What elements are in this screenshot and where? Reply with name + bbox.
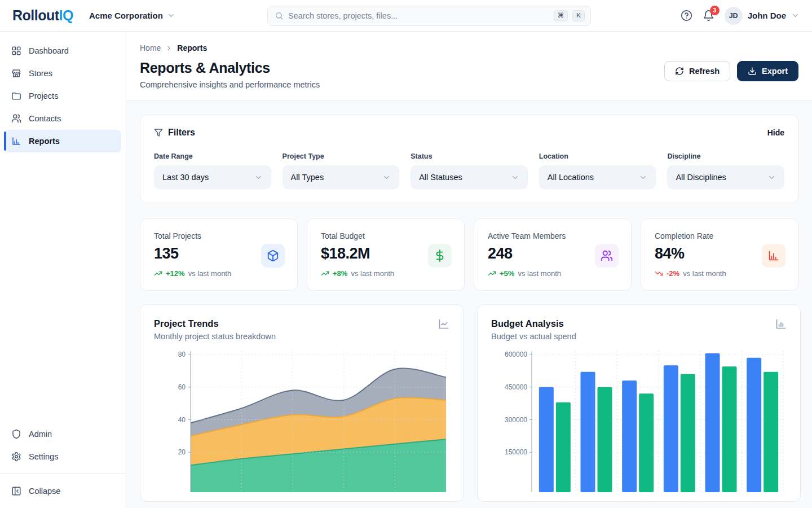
sidebar-item-contacts[interactable]: Contacts	[5, 107, 121, 130]
sidebar-item-reports[interactable]: Reports	[5, 130, 121, 152]
sidebar-spacer	[0, 152, 126, 423]
chevron-down-icon	[791, 11, 800, 20]
delta-note: vs last month	[683, 269, 726, 278]
delta-note: vs last month	[351, 269, 394, 278]
help-icon[interactable]	[681, 10, 692, 21]
delta-value: +5%	[500, 269, 514, 278]
user-menu[interactable]: JD John Doe	[725, 7, 800, 25]
filters-panel: Filters Hide Date Range Last 30 days Pro…	[140, 115, 798, 203]
trending-up-icon	[321, 269, 329, 278]
discipline-select[interactable]: All Disciplines	[667, 165, 784, 189]
sidebar-item-settings[interactable]: Settings	[5, 445, 121, 468]
svg-text:20: 20	[178, 448, 186, 456]
page-content: Filters Hide Date Range Last 30 days Pro…	[126, 101, 812, 508]
top-bar: RolloutIQ Acme Corporation ⌘ K 3 JD John…	[0, 0, 812, 32]
sidebar-item-admin[interactable]: Admin	[5, 423, 121, 445]
dollar-icon	[428, 244, 452, 268]
stat-card-active-team-members: Active Team Members 248 +5% vs last mont…	[474, 218, 632, 291]
logo-text-primary: Rollout	[12, 7, 59, 23]
filters-title: Filters	[168, 128, 195, 138]
svg-text:600000: 600000	[505, 351, 527, 358]
export-button[interactable]: Export	[737, 61, 798, 81]
filter-label: Location	[539, 152, 656, 160]
sidebar-item-label: Settings	[29, 452, 58, 461]
download-icon	[748, 67, 757, 76]
stat-card-total-projects: Total Projects 135 +12% vs last month	[140, 218, 298, 291]
chart-subtitle: Monthly project status breakdown	[154, 332, 276, 341]
chart-title: Project Trends	[154, 318, 276, 329]
stat-delta: +5% vs last month	[488, 269, 617, 278]
stat-label: Total Budget	[321, 231, 451, 240]
stats-row: Total Projects 135 +12% vs last month To…	[140, 218, 798, 291]
sidebar-item-projects[interactable]: Projects	[5, 85, 121, 107]
stat-card-completion-rate: Completion Rate 84% -2% vs last month	[641, 218, 798, 291]
sidebar-collapse-button[interactable]: Collapse	[5, 480, 121, 502]
line-chart-icon	[438, 318, 449, 332]
sidebar-item-label: Stores	[29, 69, 52, 78]
top-right-cluster: 3 JD John Doe	[681, 7, 800, 25]
search-icon	[275, 11, 284, 20]
sidebar-item-stores[interactable]: Stores	[5, 62, 121, 85]
refresh-button[interactable]: Refresh	[664, 61, 730, 81]
sidebar-item-label: Projects	[29, 91, 58, 100]
avatar: JD	[725, 7, 743, 25]
breadcrumb-home-link[interactable]: Home	[140, 43, 161, 52]
location-select[interactable]: All Locations	[539, 165, 656, 189]
delta-note: vs last month	[188, 269, 232, 278]
app-root: RolloutIQ Acme Corporation ⌘ K 3 JD John…	[0, 0, 812, 508]
page-header: Home Reports Reports & Analytics Compreh…	[126, 32, 812, 101]
dashboard-grid-icon	[11, 46, 21, 56]
budget-analysis-chart: 150000300000450000600000	[491, 347, 787, 493]
project-type-select[interactable]: All Types	[283, 165, 400, 189]
filter-label: Project Type	[283, 152, 400, 160]
kbd-k: K	[572, 10, 585, 21]
svg-text:450000: 450000	[505, 383, 527, 391]
bar-chart-icon	[762, 244, 785, 268]
refresh-label: Refresh	[689, 67, 720, 76]
sidebar-item-label: Reports	[29, 137, 60, 146]
svg-text:40: 40	[178, 416, 186, 424]
filter-discipline: Discipline All Disciplines	[667, 152, 784, 189]
sidebar-footer-nav: Admin Settings Collapse	[0, 423, 126, 502]
chevron-down-icon	[254, 173, 263, 182]
notifications-bell-icon[interactable]: 3	[703, 10, 714, 21]
search-input[interactable]	[288, 11, 549, 20]
select-value: All Locations	[548, 173, 594, 182]
kbd-cmd: ⌘	[554, 10, 568, 21]
budget-analysis-card: Budget Analysis Budget vs actual spend 1…	[477, 304, 801, 502]
date-range-select[interactable]: Last 30 days	[154, 165, 271, 189]
delta-note: vs last month	[518, 269, 561, 278]
select-value: All Disciplines	[676, 173, 726, 182]
org-switcher[interactable]: Acme Corporation	[89, 11, 175, 20]
breadcrumb-current: Reports	[177, 43, 207, 52]
bar-chart-icon	[775, 318, 787, 332]
chart-title: Budget Analysis	[491, 318, 576, 329]
filters-hide-link[interactable]: Hide	[767, 128, 784, 137]
users-icon	[595, 244, 619, 268]
shield-icon	[11, 429, 21, 439]
filter-label: Date Range	[154, 152, 271, 160]
store-icon	[11, 68, 21, 78]
trending-up-icon	[488, 269, 496, 278]
select-value: All Types	[291, 173, 324, 182]
select-value: Last 30 days	[162, 173, 209, 182]
stat-label: Completion Rate	[655, 231, 784, 240]
page-subtitle: Comprehensive insights and performance m…	[140, 80, 320, 89]
app-logo[interactable]: RolloutIQ	[12, 7, 73, 24]
filter-date-range: Date Range Last 30 days	[154, 152, 271, 189]
global-search: ⌘ K	[267, 6, 591, 26]
funnel-icon	[154, 128, 163, 137]
sidebar: Dashboard Stores Projects Contacts Repor…	[0, 32, 126, 508]
notification-count-badge: 3	[710, 6, 720, 15]
chevron-down-icon	[382, 173, 391, 182]
sidebar-item-dashboard[interactable]: Dashboard	[5, 40, 121, 62]
svg-text:150000: 150000	[505, 448, 527, 456]
status-select[interactable]: All Statuses	[411, 165, 528, 189]
filter-project-type: Project Type All Types	[283, 152, 400, 189]
charts-row: Project Trends Monthly project status br…	[140, 304, 798, 502]
stat-card-total-budget: Total Budget $18.2M +8% vs last month	[307, 218, 465, 291]
filter-label: Discipline	[667, 152, 784, 160]
gear-icon	[11, 452, 21, 462]
sidebar-nav: Dashboard Stores Projects Contacts Repor…	[0, 40, 126, 152]
stat-label: Total Projects	[154, 231, 284, 240]
